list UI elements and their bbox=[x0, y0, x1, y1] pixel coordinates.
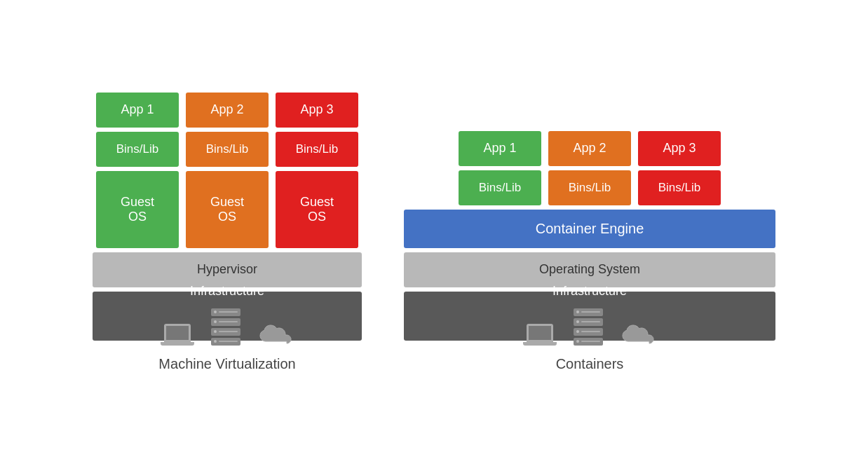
server-unit-3 bbox=[211, 328, 240, 336]
ct-app1: App 1 bbox=[459, 131, 541, 166]
vm-app1: App 1 bbox=[96, 93, 179, 128]
ct-app-columns: App 1 Bins/Lib App 2 Bins/Lib App 3 Bins… bbox=[404, 131, 775, 205]
ct-server-unit-4 bbox=[574, 338, 603, 346]
ct-laptop-base bbox=[523, 342, 557, 346]
vm-stack: App 1 Bins/Lib GuestOS App 2 Bins/Lib Gu… bbox=[93, 93, 362, 341]
ct-laptop-screen bbox=[527, 324, 553, 342]
ct-section: App 1 Bins/Lib App 2 Bins/Lib App 3 Bins… bbox=[404, 131, 775, 372]
vm-infra-icons bbox=[161, 303, 294, 348]
vm-bins3: Bins/Lib bbox=[276, 132, 358, 167]
ct-server-unit-2 bbox=[574, 318, 603, 326]
ct-bins2: Bins/Lib bbox=[548, 170, 631, 205]
ct-stack: App 1 Bins/Lib App 2 Bins/Lib App 3 Bins… bbox=[404, 131, 775, 341]
ct-server-unit-3 bbox=[574, 328, 603, 336]
ct-infrastructure: Infrastructure bbox=[404, 292, 775, 341]
ct-label: Containers bbox=[556, 356, 624, 372]
ct-engine: Container Engine bbox=[404, 210, 775, 248]
vm-bins2: Bins/Lib bbox=[186, 132, 269, 167]
ct-bins3: Bins/Lib bbox=[638, 170, 721, 205]
laptop-screen bbox=[164, 324, 191, 342]
laptop-icon bbox=[161, 324, 194, 346]
ct-col-green: App 1 Bins/Lib bbox=[459, 131, 541, 205]
ct-app2: App 2 bbox=[548, 131, 631, 166]
ct-col-orange: App 2 Bins/Lib bbox=[548, 131, 631, 205]
vm-guestos1: GuestOS bbox=[96, 171, 179, 248]
ct-infra-label: Infrastructure bbox=[552, 284, 627, 299]
ct-server-unit-1 bbox=[574, 308, 603, 316]
vm-hypervisor: Hypervisor bbox=[93, 252, 362, 287]
laptop-base bbox=[161, 342, 194, 346]
vm-label: Machine Virtualization bbox=[158, 356, 295, 372]
ct-bins1: Bins/Lib bbox=[459, 170, 541, 205]
vm-col-green: App 1 Bins/Lib GuestOS bbox=[96, 93, 179, 248]
vm-bins1: Bins/Lib bbox=[96, 132, 179, 167]
ct-infra-icons bbox=[523, 303, 656, 348]
server-unit-2 bbox=[211, 318, 240, 326]
vm-section: App 1 Bins/Lib GuestOS App 2 Bins/Lib Gu… bbox=[93, 93, 362, 372]
diagram-wrapper: App 1 Bins/Lib GuestOS App 2 Bins/Lib Gu… bbox=[65, 79, 803, 386]
vm-app2: App 2 bbox=[186, 93, 269, 128]
vm-app-columns: App 1 Bins/Lib GuestOS App 2 Bins/Lib Gu… bbox=[93, 93, 362, 248]
server-icon bbox=[211, 308, 240, 346]
ct-col-red: App 3 Bins/Lib bbox=[638, 131, 721, 205]
ct-laptop-icon bbox=[523, 324, 557, 346]
vm-infrastructure: Infrastructure bbox=[93, 292, 362, 341]
server-unit-4 bbox=[211, 338, 240, 346]
ct-cloud-icon bbox=[620, 322, 656, 346]
vm-guestos3: GuestOS bbox=[276, 171, 358, 248]
ct-app3: App 3 bbox=[638, 131, 721, 166]
vm-col-red: App 3 Bins/Lib GuestOS bbox=[276, 93, 358, 248]
ct-os: Operating System bbox=[404, 252, 775, 287]
vm-infra-label: Infrastructure bbox=[190, 284, 264, 299]
server-unit-1 bbox=[211, 308, 240, 316]
vm-guestos2: GuestOS bbox=[186, 171, 269, 248]
cloud-icon bbox=[257, 322, 294, 346]
vm-col-orange: App 2 Bins/Lib GuestOS bbox=[186, 93, 269, 248]
vm-app3: App 3 bbox=[276, 93, 358, 128]
ct-server-icon bbox=[574, 308, 603, 346]
